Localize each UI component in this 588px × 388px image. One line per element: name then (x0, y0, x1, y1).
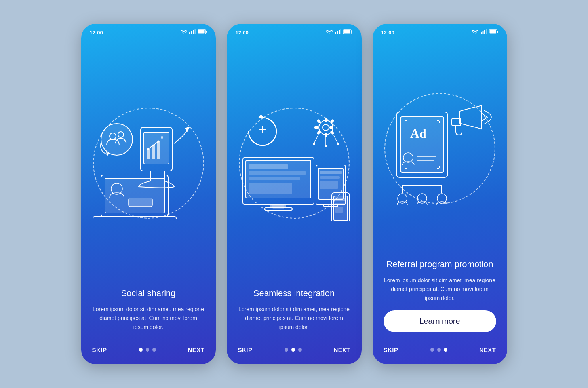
dot-2-2 (291, 348, 295, 352)
svg-rect-77 (335, 203, 345, 205)
svg-rect-7 (206, 31, 207, 33)
dashed-circle-3 (384, 93, 495, 204)
dot-1-3 (152, 348, 156, 352)
battery-icon-3 (489, 29, 499, 36)
dashed-circle-1 (93, 108, 204, 219)
nav-bar-2: SKIP NEXT (227, 339, 362, 364)
learn-more-button[interactable]: Learn more (384, 310, 496, 332)
dot-3-3 (444, 348, 447, 352)
next-button-3[interactable]: NEXT (479, 346, 496, 353)
screens-container: 12:00 (81, 24, 507, 364)
signal-icon-2 (335, 29, 341, 36)
content-area-3: Referral program promotion Lorem ipsum d… (373, 259, 507, 339)
time-2: 12:00 (236, 30, 249, 36)
svg-rect-38 (344, 30, 350, 34)
svg-rect-83 (486, 29, 487, 34)
status-icons-3 (472, 29, 499, 36)
svg-point-32 (329, 34, 330, 35)
svg-rect-1 (189, 32, 190, 34)
svg-rect-82 (484, 30, 485, 34)
illustration-social-sharing (81, 38, 216, 288)
next-button-1[interactable]: NEXT (188, 346, 204, 353)
status-bar-2: 12:00 (227, 24, 362, 38)
content-area-1: Social sharing Lorem ipsum dolor sit dim… (81, 288, 216, 339)
dot-1-1 (139, 348, 143, 352)
nav-bar-1: SKIP NEXT (81, 339, 216, 364)
title-1: Social sharing (92, 288, 205, 299)
svg-rect-34 (337, 31, 338, 34)
dot-2-1 (285, 348, 288, 352)
battery-icon-2 (343, 29, 353, 36)
desc-3: Lorem ipsum dolor sit dim amet, mea regi… (384, 276, 496, 302)
dot-3-1 (430, 348, 434, 352)
title-2: Seamless integration (238, 288, 350, 299)
svg-rect-39 (351, 31, 352, 33)
dot-1-2 (146, 348, 149, 352)
svg-rect-2 (191, 31, 192, 34)
time-3: 12:00 (381, 30, 394, 36)
desc-1: Lorem ipsum dolor sit dim amet, mea regi… (92, 305, 205, 331)
svg-rect-4 (194, 29, 196, 34)
signal-icon (189, 29, 196, 36)
desc-2: Lorem ipsum dolor sit dim amet, mea regi… (238, 305, 350, 331)
status-icons-2 (326, 29, 353, 36)
skip-button-3[interactable]: SKIP (384, 346, 398, 353)
screen-referral-program: 12:00 (373, 24, 507, 364)
dots-1 (139, 348, 156, 352)
dot-2-3 (298, 348, 302, 352)
wifi-icon-2 (326, 29, 333, 36)
skip-button-1[interactable]: SKIP (92, 346, 107, 353)
illustration-referral: Ad (373, 38, 507, 259)
svg-rect-85 (489, 30, 496, 34)
svg-rect-78 (335, 207, 343, 213)
nav-bar-3: SKIP NEXT (373, 339, 507, 364)
screen-seamless-integration: 12:00 (227, 24, 362, 364)
svg-point-0 (183, 34, 184, 35)
svg-rect-6 (198, 30, 204, 34)
content-area-2: Seamless integration Lorem ipsum dolor s… (227, 288, 362, 339)
status-icons-1 (180, 29, 207, 36)
next-button-2[interactable]: NEXT (333, 346, 350, 353)
wifi-icon-3 (472, 29, 479, 36)
svg-rect-80 (481, 32, 482, 34)
dots-2 (285, 348, 302, 352)
wifi-icon (180, 29, 187, 36)
status-bar-1: 12:00 (81, 24, 216, 38)
status-bar-3: 12:00 (373, 24, 507, 38)
svg-point-79 (474, 34, 476, 35)
screen-social-sharing: 12:00 (81, 24, 216, 364)
svg-rect-36 (340, 29, 341, 34)
svg-rect-76 (335, 198, 346, 201)
svg-rect-3 (193, 30, 194, 34)
dots-3 (430, 348, 447, 352)
skip-button-2[interactable]: SKIP (238, 346, 253, 353)
title-3: Referral program promotion (384, 259, 496, 270)
svg-rect-35 (339, 30, 340, 34)
svg-rect-33 (335, 32, 336, 34)
signal-icon-3 (481, 29, 487, 36)
svg-rect-86 (497, 31, 498, 33)
battery-icon (198, 29, 207, 36)
time-1: 12:00 (90, 30, 103, 36)
dashed-circle-2 (239, 108, 350, 219)
dot-3-2 (437, 348, 441, 352)
illustration-seamless (227, 38, 362, 288)
svg-rect-81 (482, 31, 483, 34)
